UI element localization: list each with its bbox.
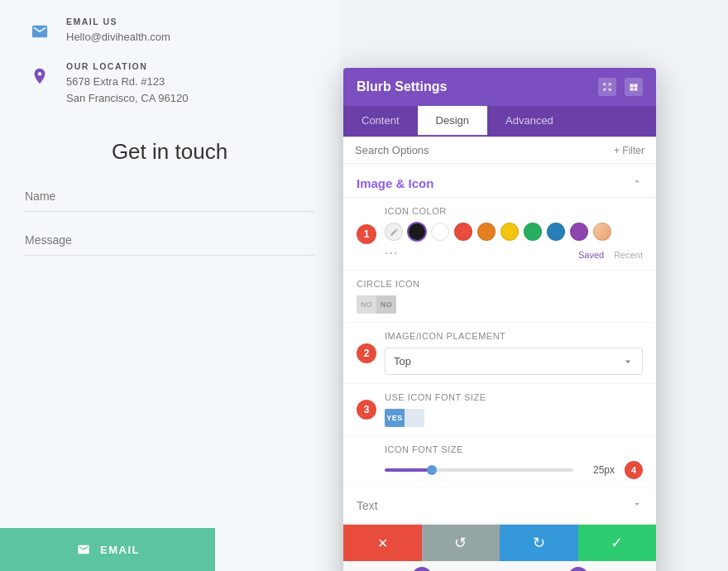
undo-icon: ↺ bbox=[454, 534, 467, 552]
filter-label: + Filter bbox=[614, 145, 644, 156]
color-picker-swatch[interactable] bbox=[385, 223, 403, 241]
contact-section: EMAIL US Hello@divihealth.com OUR LOCATI… bbox=[0, 0, 339, 571]
action-bar: ✕ ↺ ↻ ✓ bbox=[343, 524, 656, 561]
email-btn-label: Email bbox=[100, 544, 140, 556]
slider-track[interactable] bbox=[385, 468, 573, 472]
panel-header-icons bbox=[598, 78, 643, 96]
location-value-line2: San Francisco, CA 96120 bbox=[66, 90, 188, 107]
blurb-settings-panel: Blurb Settings Content Design Advanced +… bbox=[343, 68, 656, 571]
more-swatches-btn[interactable]: ··· bbox=[385, 246, 398, 261]
circle-icon-setting: Circle Icon NO NO bbox=[343, 271, 656, 323]
font-size-toggle[interactable]: YES bbox=[385, 409, 424, 427]
confirm-button[interactable]: ✓ bbox=[578, 525, 657, 561]
circle-icon-label: Circle Icon bbox=[357, 279, 643, 289]
panel-content: Image & Icon 1 Icon Color bbox=[343, 164, 656, 524]
email-button[interactable]: Email bbox=[0, 528, 215, 571]
tab-design[interactable]: Design bbox=[418, 106, 487, 137]
use-icon-font-size-content: Use Icon Font Size YES bbox=[385, 392, 643, 427]
swatch-red[interactable] bbox=[454, 223, 472, 241]
icon-font-size-setting: Icon Font Size 25px 4 bbox=[343, 436, 656, 488]
placement-dropdown[interactable]: Top bbox=[385, 348, 643, 375]
panel-header: Blurb Settings bbox=[343, 68, 656, 106]
cancel-button[interactable]: ✕ bbox=[343, 525, 422, 561]
circle-icon-toggle[interactable]: NO NO bbox=[357, 295, 643, 314]
saved-recent-row: Saved Recent bbox=[578, 248, 643, 262]
location-value-line1: 5678 Extra Rd. #123 bbox=[66, 74, 188, 90]
recent-btn[interactable]: Recent bbox=[614, 250, 643, 260]
tab-content[interactable]: Content bbox=[343, 106, 418, 137]
use-icon-font-size-toggle[interactable]: YES bbox=[385, 409, 643, 427]
location-text: OUR LOCATION 5678 Extra Rd. #123 San Fra… bbox=[66, 61, 188, 106]
icon-font-size-label: Icon Font Size bbox=[385, 444, 643, 454]
swatch-purple[interactable] bbox=[570, 223, 588, 241]
toggle-yes: NO bbox=[376, 295, 396, 314]
confirm-icon: ✓ bbox=[611, 534, 623, 552]
image-icon-title: Image & Icon bbox=[357, 176, 433, 190]
bottom-add-row: + + bbox=[343, 561, 656, 571]
placement-content: Image/Icon Placement Top bbox=[385, 331, 643, 375]
use-icon-font-size-label: Use Icon Font Size bbox=[385, 392, 643, 402]
search-row: + Filter bbox=[343, 137, 656, 164]
slider-value: 25px bbox=[583, 464, 615, 476]
swatch-gradient[interactable] bbox=[593, 223, 611, 241]
placement-setting: 2 Image/Icon Placement Top bbox=[343, 323, 656, 384]
text-section-toggle[interactable] bbox=[631, 498, 643, 513]
expand-icon[interactable] bbox=[598, 78, 616, 96]
toggle-switch[interactable]: NO NO bbox=[357, 295, 396, 314]
email-label: EMAIL US bbox=[66, 17, 170, 26]
font-size-yes: YES bbox=[385, 409, 405, 427]
use-icon-font-size-setting: 3 Use Icon Font Size YES bbox=[343, 384, 656, 436]
icon-color-setting: 1 Icon Color bbox=[343, 198, 656, 271]
step-badge-1: 1 bbox=[357, 224, 376, 244]
swatch-yellow[interactable] bbox=[500, 223, 519, 241]
icon-font-size-slider-row: 25px 4 bbox=[385, 461, 643, 479]
icon-color-label: Icon Color bbox=[385, 206, 643, 216]
get-in-touch-section: Get in touch bbox=[25, 139, 314, 256]
location-icon bbox=[25, 61, 55, 91]
step-badge-2: 2 bbox=[357, 343, 376, 363]
location-info-row: OUR LOCATION 5678 Extra Rd. #123 San Fra… bbox=[25, 61, 314, 106]
saved-btn[interactable]: Saved bbox=[578, 250, 604, 260]
cancel-icon: ✕ bbox=[377, 535, 388, 551]
redo-icon: ↻ bbox=[533, 534, 545, 552]
name-input[interactable] bbox=[25, 181, 314, 212]
swatch-blue[interactable] bbox=[547, 223, 565, 241]
swatch-black[interactable] bbox=[408, 223, 426, 241]
filter-button[interactable]: + Filter bbox=[614, 145, 644, 156]
search-input[interactable] bbox=[355, 144, 614, 156]
email-text: EMAIL US Hello@divihealth.com bbox=[66, 17, 170, 46]
redo-button[interactable]: ↻ bbox=[500, 525, 578, 561]
message-input[interactable] bbox=[25, 225, 314, 256]
email-info-row: EMAIL US Hello@divihealth.com bbox=[25, 17, 314, 46]
tab-advanced[interactable]: Advanced bbox=[487, 106, 572, 137]
get-in-touch-title: Get in touch bbox=[25, 139, 314, 165]
icon-color-content: Icon Color bbox=[385, 206, 643, 262]
font-size-no-part bbox=[405, 409, 424, 427]
swatch-orange[interactable] bbox=[477, 223, 496, 241]
email-value: Hello@divihealth.com bbox=[66, 29, 170, 46]
slider-thumb[interactable] bbox=[427, 465, 437, 475]
slider-fill bbox=[385, 468, 432, 472]
toggle-no: NO bbox=[357, 295, 376, 314]
color-swatches bbox=[385, 223, 643, 241]
undo-button[interactable]: ↺ bbox=[422, 525, 500, 561]
split-icon[interactable] bbox=[625, 78, 643, 96]
placement-label: Image/Icon Placement bbox=[385, 331, 643, 341]
text-section: Text bbox=[343, 488, 656, 524]
location-label: OUR LOCATION bbox=[66, 61, 188, 71]
email-icon bbox=[25, 17, 55, 46]
section-collapse-icon[interactable] bbox=[631, 175, 643, 190]
panel-title: Blurb Settings bbox=[357, 79, 447, 94]
step-badge-4: 4 bbox=[625, 461, 643, 479]
swatch-white[interactable] bbox=[431, 223, 449, 241]
image-icon-section-header: Image & Icon bbox=[343, 164, 656, 198]
icon-font-size-content: Icon Font Size 25px 4 bbox=[385, 444, 643, 479]
add-left-button[interactable]: + bbox=[412, 567, 432, 571]
panel-tabs: Content Design Advanced bbox=[343, 106, 656, 137]
step-badge-3: 3 bbox=[357, 400, 376, 420]
text-section-title: Text bbox=[357, 499, 378, 512]
placement-value: Top bbox=[394, 355, 411, 367]
add-right-button[interactable]: + bbox=[568, 567, 588, 571]
swatch-green[interactable] bbox=[524, 223, 542, 241]
